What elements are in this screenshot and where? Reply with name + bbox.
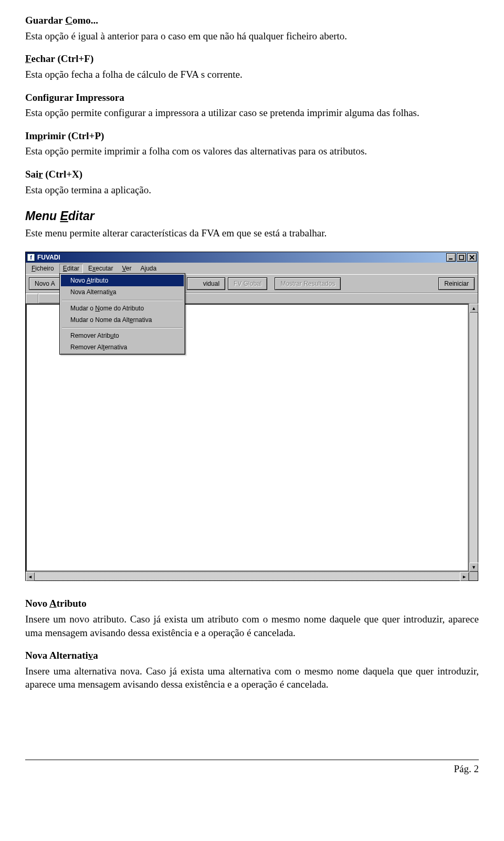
dropdown-mudar-nome-alternativa[interactable]: Mudar o Nome da Alternativa [61, 314, 184, 326]
scroll-left-icon[interactable]: ◄ [26, 572, 35, 581]
menu-editar[interactable]: Editar [59, 264, 83, 273]
svg-rect-0 [449, 258, 453, 259]
para-imprimir: Esta opção permite imprimir a folha com … [25, 144, 479, 158]
menu-executar[interactable]: Executar [85, 264, 117, 273]
page-footer: Pág. 2 [25, 760, 479, 776]
dropdown-remover-alternativa[interactable]: Remover Alternativa [61, 341, 184, 353]
menubar: Ficheiro Editar Executar Ver Ajuda [26, 263, 478, 274]
para-menu-editar: Este menu permite alterar característica… [25, 226, 479, 240]
close-icon [469, 255, 475, 260]
close-button[interactable] [467, 253, 477, 262]
scroll-corner [469, 572, 478, 580]
app-icon: f [27, 253, 35, 262]
dropdown-editar: Novo Atributo Nova Alternativa Mudar o N… [59, 273, 185, 355]
maximize-button[interactable] [457, 253, 466, 262]
dropdown-novo-atributo[interactable]: Novo Atributo [61, 275, 184, 286]
heading-novo-atributo: Novo Atributo [25, 597, 479, 610]
dropdown-remover-atributo[interactable]: Remover Atributo [61, 330, 184, 341]
toolbar-fvglobal[interactable]: FV Global [228, 277, 267, 290]
minimize-icon [448, 255, 454, 260]
scroll-up-icon[interactable]: ▲ [469, 304, 478, 313]
menu-ajuda[interactable]: Ajuda [136, 264, 160, 273]
heading-menu-editar: Menu Editar [25, 208, 479, 224]
menu-ver[interactable]: Ver [118, 264, 135, 273]
window-titlebar: f FUVADI [26, 252, 478, 263]
dropdown-separator [62, 300, 183, 301]
toolbar-mostrar[interactable]: Mostrar Resultados [275, 277, 341, 290]
app-window: f FUVADI Ficheiro Editar Executar Ver Aj… [25, 252, 478, 581]
scroll-track[interactable] [35, 572, 460, 580]
minimize-button[interactable] [446, 253, 456, 262]
horizontal-scrollbar[interactable]: ◄ ► [26, 572, 469, 580]
heading-imprimir: Imprimir (Ctrl+P) [25, 129, 479, 143]
scroll-right-icon[interactable]: ► [460, 572, 469, 581]
heading-fechar: Fechar (Ctrl+F) [25, 52, 479, 66]
vertical-scrollbar[interactable]: ▲ ▼ [469, 304, 478, 572]
window-title: FUVADI [37, 253, 60, 262]
para-config-impressora: Esta opção permite configurar a impresso… [25, 106, 479, 120]
heading-config-impressora: Configurar Impressora [25, 91, 479, 105]
heading-guardar-como: Guardar Como... [25, 14, 479, 27]
scroll-track[interactable] [469, 313, 478, 563]
menu-ficheiro[interactable]: Ficheiro [28, 264, 58, 273]
scroll-down-icon[interactable]: ▼ [469, 563, 478, 572]
maximize-icon [459, 255, 464, 260]
para-novo-atributo: Insere um novo atributo. Caso já exista … [25, 612, 479, 639]
para-fechar: Esta opção fecha a folha de cálculo de F… [25, 68, 479, 81]
heading-nova-alternativa: Nova Alternativa [25, 649, 479, 662]
para-guardar-como: Esta opção é igual à anterior para o cas… [25, 29, 479, 43]
svg-rect-1 [459, 255, 464, 259]
toolbar-vidual[interactable]: vidual [187, 277, 225, 290]
grid-corner [26, 294, 38, 303]
para-sair: Esta opção termina a aplicação. [25, 183, 479, 197]
dropdown-separator [62, 327, 183, 328]
toolbar-novo[interactable]: Novo A [29, 277, 61, 290]
dropdown-mudar-nome-atributo[interactable]: Mudar o Nome do Atributo [61, 303, 184, 314]
heading-sair: Sair (Ctrl+X) [25, 168, 479, 181]
dropdown-nova-alternativa[interactable]: Nova Alternativa [61, 286, 184, 298]
para-nova-alternativa: Insere uma alternativa nova. Caso já exi… [25, 665, 479, 691]
toolbar-reiniciar[interactable]: Reiniciar [438, 277, 475, 290]
